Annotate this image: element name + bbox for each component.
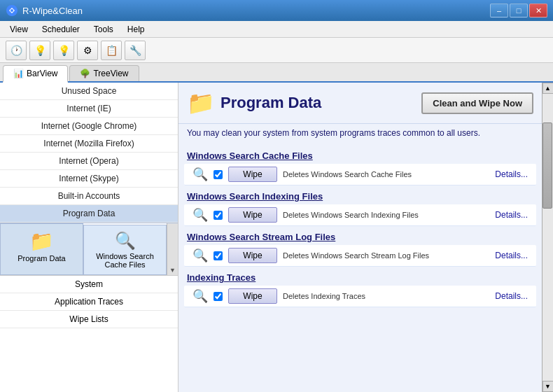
stream-wipe-button[interactable]: Wipe xyxy=(228,248,277,263)
scrollbar-up-button[interactable]: ▲ xyxy=(542,83,554,94)
title-bar: R-Wipe&Clean – □ ✕ xyxy=(0,0,553,21)
indexing-details-link[interactable]: Details... xyxy=(495,210,528,220)
maximize-button[interactable]: □ xyxy=(510,4,528,18)
treeview-icon: 🌳 xyxy=(80,69,90,78)
nav-item-system[interactable]: System xyxy=(0,276,178,293)
nav-item-unused-space[interactable]: Unused Space xyxy=(0,83,178,100)
search-cache-icon: 🔍 xyxy=(87,231,163,251)
nav-selected-search-cache[interactable]: 🔍 Windows Search Cache Files xyxy=(83,225,167,275)
toolbar-tip2-btn[interactable]: 💡 xyxy=(53,41,74,60)
minimize-button[interactable]: – xyxy=(490,4,508,18)
right-header-left: 📁 Program Data xyxy=(187,90,321,116)
nav-item-internet-chrome[interactable]: Internet (Google Chrome) xyxy=(0,118,178,135)
search-cache-label: Windows Search Cache Files xyxy=(87,252,163,269)
stream-checkbox[interactable] xyxy=(214,251,223,260)
indexing-traces-description: Deletes Indexing Traces xyxy=(283,291,489,301)
window-controls: – □ ✕ xyxy=(490,4,547,18)
indexing-traces-checkbox[interactable] xyxy=(214,292,223,301)
scrollbar-track[interactable] xyxy=(542,94,553,381)
nav-item-internet-firefox[interactable]: Internet (Mozilla Firefox) xyxy=(0,135,178,153)
indexing-traces-icon: 🔍 xyxy=(192,288,208,304)
nav-item-internet-ie[interactable]: Internet (IE) xyxy=(0,100,178,118)
indexing-description: Deletes Windows Search Indexing Files xyxy=(283,210,489,220)
stream-search-icon: 🔍 xyxy=(192,248,208,263)
cache-search-icon: 🔍 xyxy=(192,167,208,182)
nav-item-built-in-accounts[interactable]: Built-in Accounts xyxy=(0,188,178,205)
section-row-cache: 🔍 Wipe Deletes Windows Search Cache File… xyxy=(184,164,536,186)
indexing-wipe-button[interactable]: Wipe xyxy=(228,207,277,223)
program-data-label: Program Data xyxy=(4,254,80,262)
right-panel: 📁 Program Data Clean and Wipe Now You ma… xyxy=(178,83,542,392)
menu-scheduler[interactable]: Scheduler xyxy=(35,23,87,36)
menu-view[interactable]: View xyxy=(3,23,35,36)
toolbar-tip1-btn[interactable]: 💡 xyxy=(29,41,50,60)
indexing-traces-wipe-button[interactable]: Wipe xyxy=(228,288,277,304)
cache-description: Deletes Windows Search Cache Files xyxy=(283,169,489,179)
toolbar-doc-btn[interactable]: 📋 xyxy=(101,41,122,60)
app-icon xyxy=(6,4,18,17)
section-header-indexing-traces: Indexing Traces xyxy=(178,268,542,284)
indexing-checkbox-wrap[interactable] xyxy=(214,211,223,220)
tab-barview[interactable]: 📊 BarView xyxy=(3,65,68,83)
close-button[interactable]: ✕ xyxy=(529,4,547,18)
window-title: R-Wipe&Clean xyxy=(22,6,83,16)
tab-bar: 📊 BarView 🌳 TreeView xyxy=(0,63,553,83)
right-description: You may clean your system from system pr… xyxy=(178,124,542,144)
section-header-indexing: Windows Search Indexing Files xyxy=(178,187,542,203)
toolbar-history-btn[interactable]: 🕐 xyxy=(6,41,27,60)
cache-wipe-button[interactable]: Wipe xyxy=(228,167,277,182)
scrollbar-thumb[interactable] xyxy=(542,122,552,209)
nav-item-wipe-lists[interactable]: Wipe Lists xyxy=(0,311,178,328)
svg-point-1 xyxy=(10,9,13,12)
nav-item-application-traces[interactable]: Application Traces xyxy=(0,293,178,311)
toolbar: 🕐 💡 💡 ⚙ 📋 🔧 xyxy=(0,38,553,63)
tab-treeview-label: TreeView xyxy=(93,69,128,78)
right-panel-wrap: 📁 Program Data Clean and Wipe Now You ma… xyxy=(178,83,553,392)
cache-checkbox[interactable] xyxy=(214,170,223,179)
left-panel: Unused Space Internet (IE) Internet (Goo… xyxy=(0,83,178,392)
menu-tools[interactable]: Tools xyxy=(87,23,120,36)
right-header: 📁 Program Data Clean and Wipe Now xyxy=(178,83,542,124)
toolbar-tools-btn[interactable]: 🔧 xyxy=(125,41,146,60)
main-area: Unused Space Internet (IE) Internet (Goo… xyxy=(0,83,553,392)
right-scrollbar[interactable]: ▲ ▼ xyxy=(542,83,553,392)
stream-details-link[interactable]: Details... xyxy=(495,251,528,260)
left-scroll[interactable]: ▼ xyxy=(167,223,178,275)
section-row-indexing: 🔍 Wipe Deletes Windows Search Indexing F… xyxy=(184,204,536,226)
menu-help[interactable]: Help xyxy=(120,23,152,36)
right-header-title: Program Data xyxy=(220,94,321,112)
program-data-icon: 📁 xyxy=(4,230,80,253)
tab-treeview[interactable]: 🌳 TreeView xyxy=(69,65,139,81)
nav-selected-program-data[interactable]: 📁 Program Data xyxy=(0,223,83,275)
indexing-traces-details-link[interactable]: Details... xyxy=(495,291,528,301)
section-row-stream: 🔍 Wipe Deletes Windows Search Stream Log… xyxy=(184,245,536,267)
right-header-icon: 📁 xyxy=(187,90,215,116)
nav-item-program-data[interactable]: Program Data xyxy=(0,205,178,223)
scrollbar-down-button[interactable]: ▼ xyxy=(542,381,554,392)
nav-item-internet-skype[interactable]: Internet (Skype) xyxy=(0,170,178,188)
nav-list: Unused Space Internet (IE) Internet (Goo… xyxy=(0,83,178,223)
cache-details-link[interactable]: Details... xyxy=(495,169,528,179)
toolbar-settings-btn[interactable]: ⚙ xyxy=(77,41,98,60)
right-content[interactable]: Windows Search Cache Files 🔍 Wipe Delete… xyxy=(178,144,542,392)
section-row-indexing-traces: 🔍 Wipe Deletes Indexing Traces Details..… xyxy=(184,286,536,307)
indexing-checkbox[interactable] xyxy=(214,211,223,220)
nav-item-internet-opera[interactable]: Internet (Opera) xyxy=(0,153,178,170)
indexing-traces-checkbox-wrap[interactable] xyxy=(214,292,223,301)
nav-selected-row: 📁 Program Data 🔍 Windows Search Cache Fi… xyxy=(0,223,178,275)
indexing-search-icon: 🔍 xyxy=(192,207,208,223)
stream-checkbox-wrap[interactable] xyxy=(214,251,223,260)
barview-icon: 📊 xyxy=(13,69,24,78)
stream-description: Deletes Windows Search Stream Log Files xyxy=(283,251,489,260)
section-header-cache: Windows Search Cache Files xyxy=(178,146,542,162)
menu-bar: View Scheduler Tools Help xyxy=(0,21,553,38)
section-header-stream: Windows Search Stream Log Files xyxy=(178,227,542,244)
bottom-nav: System Application Traces Wipe Lists xyxy=(0,275,178,328)
clean-wipe-button[interactable]: Clean and Wipe Now xyxy=(421,92,533,114)
tab-barview-label: BarView xyxy=(27,69,57,78)
cache-checkbox-wrap[interactable] xyxy=(214,170,223,179)
